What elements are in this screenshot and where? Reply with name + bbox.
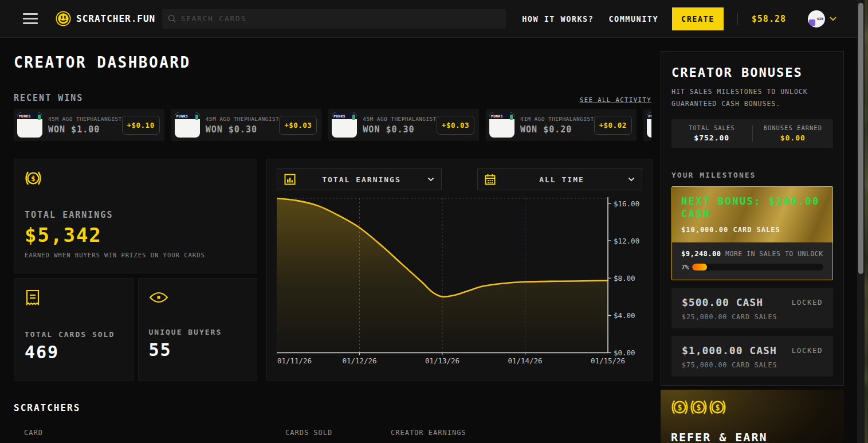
svg-text:$4.00: $4.00 bbox=[614, 311, 635, 320]
svg-text:$16.00: $16.00 bbox=[614, 199, 639, 208]
unique-buyers-value: 55 bbox=[149, 340, 247, 360]
win-amount: WON $1.00 bbox=[48, 124, 122, 135]
range-dropdown-value: ALL TIME bbox=[496, 175, 628, 184]
search-icon bbox=[168, 14, 176, 23]
milestone-requirement: $25,000.00 CARD SALES bbox=[682, 313, 823, 321]
search-input[interactable] bbox=[181, 14, 501, 23]
menu-icon[interactable] bbox=[23, 13, 38, 24]
refer-and-earn-section[interactable]: $ $ $ bbox=[661, 390, 844, 443]
page: SCRATCHER.FUN HOW IT WORKS? COMMUNITY CR… bbox=[0, 0, 868, 443]
svg-text:$: $ bbox=[696, 403, 701, 412]
svg-text:$: $ bbox=[31, 174, 36, 183]
coins-icons: $ $ $ bbox=[671, 398, 834, 416]
range-dropdown[interactable]: ALL TIME bbox=[477, 168, 642, 190]
see-all-activity-link[interactable]: SEE ALL ACTIVITY bbox=[580, 96, 651, 103]
svg-text:01/11/26: 01/11/26 bbox=[277, 356, 312, 365]
bonus-stats: TOTAL SALES $752.00 BONUSES EARNED $0.00 bbox=[671, 119, 833, 148]
metric-dropdown[interactable]: TOTAL EARNINGS bbox=[277, 168, 442, 190]
svg-text:$8.00: $8.00 bbox=[614, 274, 635, 283]
search-box[interactable] bbox=[162, 9, 506, 29]
create-button[interactable]: CREATE bbox=[672, 7, 724, 30]
next-bonus-card: NEXT BONUS: $200.00 CASH $10,000.00 CARD… bbox=[671, 186, 833, 280]
win-time-user: 45M AGO THEPHALANGIST bbox=[363, 116, 437, 122]
locked-milestone-card: $1,000.00 CASHLOCKED $75,000.00 CARD SAL… bbox=[671, 336, 833, 377]
coin-dollar-icon: $ bbox=[690, 398, 708, 416]
svg-text:01/12/26: 01/12/26 bbox=[342, 356, 376, 365]
chevron-down-icon bbox=[829, 16, 837, 21]
cards-sold-card: TOTAL CARDS SOLD 469 bbox=[14, 278, 133, 381]
nav-link-community[interactable]: COMMUNITY bbox=[608, 14, 658, 23]
total-earnings-label: TOTAL EARNINGS bbox=[25, 210, 246, 220]
win-delta-badge: +$0.03 bbox=[279, 116, 317, 135]
wallet-balance[interactable]: $58.28 bbox=[752, 14, 786, 24]
card-thumbnail: PUNKS bbox=[489, 112, 514, 138]
scrollbar bbox=[857, 0, 868, 443]
scratchers-title: SCRATCHERS bbox=[14, 402, 651, 413]
svg-text:$: $ bbox=[715, 403, 720, 412]
column-card: CARD bbox=[14, 429, 285, 437]
scrollbar-thumb[interactable] bbox=[858, 3, 863, 274]
win-time-user: 45M AGO THEPHALANGIST bbox=[206, 116, 280, 122]
recent-wins-title: RECENT WINS bbox=[14, 93, 83, 103]
svg-text:01/15/26: 01/15/26 bbox=[591, 356, 625, 365]
svg-text:01/13/26: 01/13/26 bbox=[425, 356, 459, 365]
win-time-user: 45M AGO THEPHALANGIST bbox=[48, 116, 122, 122]
next-bonus-requirement: $10,000.00 CARD SALES bbox=[681, 226, 823, 234]
total-earnings-card: $ TOTAL EARNINGS $5,342 EARNED WHEN BUYE… bbox=[14, 159, 257, 273]
unique-buyers-card: UNIQUE BUYERS 55 bbox=[138, 278, 258, 381]
eye-icon bbox=[149, 291, 168, 304]
card-thumbnail: PUNKS bbox=[175, 112, 200, 138]
your-milestones-label: YOUR MILESTONES bbox=[671, 171, 833, 179]
total-sales-value: $752.00 bbox=[671, 134, 752, 142]
cards-sold-value: 469 bbox=[25, 342, 123, 362]
creator-bonuses-subtitle: HIT SALES MILESTONES TO UNLOCK GUARANTEE… bbox=[671, 86, 833, 111]
total-earnings-value: $5,342 bbox=[25, 224, 246, 246]
cards-sold-label: TOTAL CARDS SOLD bbox=[25, 330, 123, 339]
svg-text:$: $ bbox=[677, 403, 682, 412]
win-amount: WON $0.20 bbox=[520, 124, 594, 135]
recent-win-card[interactable]: PUNKS 45M AGO THEPHALANGISTWON $0.30 +$0… bbox=[171, 109, 322, 141]
recent-win-card[interactable]: PUNKS 45M AGO THEPHALANGISTWON $1.00 +$0… bbox=[14, 109, 164, 141]
brand-logo[interactable]: SCRATCHER.FUN bbox=[56, 11, 155, 26]
recent-win-card[interactable]: PUNKS 40M AGO THEPHALANGISTWON $0.20 +$0… bbox=[643, 109, 651, 141]
card-thumbnail: PUNKS bbox=[17, 112, 42, 138]
receipt-icon bbox=[25, 289, 41, 306]
calendar-icon bbox=[485, 174, 496, 185]
refer-earn-title: REFER & EARN bbox=[671, 430, 834, 443]
chevron-down-icon bbox=[427, 177, 434, 182]
unique-buyers-label: UNIQUE BUYERS bbox=[149, 328, 247, 336]
creator-bonuses-panel: CREATOR BONUSES HIT SALES MILESTONES TO … bbox=[661, 51, 844, 386]
progress-percent: 7% bbox=[681, 264, 689, 271]
milestone-status: LOCKED bbox=[792, 298, 823, 307]
earnings-chart: $0.00$4.00$8.00$12.00$16.00 01/11/2601/1… bbox=[277, 197, 642, 366]
page-title: CREATOR DASHBOARD bbox=[14, 54, 651, 71]
svg-text:$12.00: $12.00 bbox=[614, 237, 639, 245]
column-cards-sold: CARDS SOLD bbox=[285, 429, 391, 437]
progress-bar bbox=[692, 264, 823, 270]
win-amount: WON $0.30 bbox=[363, 124, 437, 135]
win-amount: WON $0.30 bbox=[206, 124, 280, 135]
bonuses-earned-value: $0.00 bbox=[753, 134, 834, 142]
card-thumbnail: PUNKS bbox=[332, 112, 357, 138]
card-thumbnail: PUNKS bbox=[647, 112, 651, 138]
milestone-status: LOCKED bbox=[792, 346, 823, 355]
win-delta-badge: +$0.02 bbox=[594, 116, 632, 135]
column-creator-earnings: CREATOR EARNINGS bbox=[391, 429, 466, 437]
win-delta-badge: +$0.10 bbox=[122, 116, 160, 135]
nav-link-how-it-works[interactable]: HOW IT WORKS? bbox=[522, 14, 594, 23]
recent-win-card[interactable]: PUNKS 41M AGO THEPHALANGISTWON $0.20 +$0… bbox=[486, 109, 637, 141]
creator-bonuses-title: CREATOR BONUSES bbox=[671, 65, 833, 80]
nav-divider bbox=[737, 13, 738, 25]
milestone-requirement: $75,000.00 CARD SALES bbox=[682, 361, 823, 369]
next-bonus-title: NEXT BONUS: $200.00 CASH bbox=[681, 195, 823, 220]
milestone-amount: $500.00 CASH bbox=[682, 296, 763, 308]
account-menu[interactable]: NIB bbox=[808, 10, 837, 28]
scratchers-table-header: CARD CARDS SOLD CREATOR EARNINGS bbox=[14, 429, 651, 437]
milestone-amount: $1,000.00 CASH bbox=[682, 344, 777, 356]
recent-win-card[interactable]: PUNKS 45M AGO THEPHALANGISTWON $0.30 +$0… bbox=[328, 109, 479, 141]
brand-name: SCRATCHER.FUN bbox=[76, 13, 155, 24]
win-delta-badge: +$0.03 bbox=[437, 116, 474, 135]
earnings-chart-card: TOTAL EARNINGS bbox=[266, 159, 653, 381]
recent-wins-list: PUNKS 45M AGO THEPHALANGISTWON $1.00 +$0… bbox=[14, 109, 651, 141]
total-sales-label: TOTAL SALES bbox=[671, 124, 752, 131]
